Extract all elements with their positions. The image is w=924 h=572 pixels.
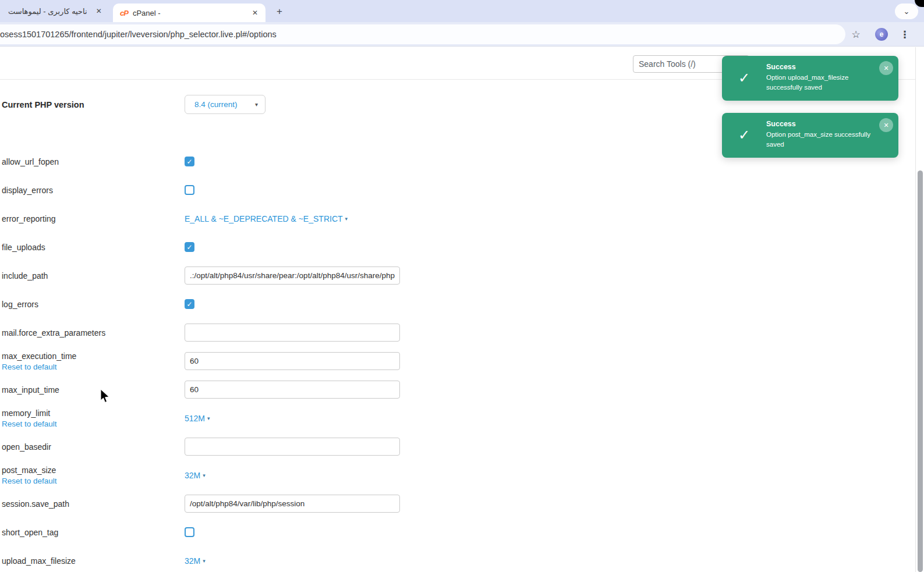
option-row-error_reporting: error_reportingE_ALL & ~E_DEPRECATED & ~… (0, 204, 640, 233)
option-row-open_basedir: open_basedir (0, 432, 640, 461)
close-toast-icon[interactable]: ✕ (879, 61, 893, 75)
option-row-short_open_tag: short_open_tag (0, 518, 640, 546)
option-label: file_uploads (2, 243, 185, 252)
option-row-allow_url_fopen: allow_url_fopen✓ (0, 147, 640, 176)
close-tab-icon[interactable]: ✕ (250, 8, 260, 17)
toast-message: Option upload_max_filesize successfully … (766, 73, 875, 93)
toast-post-max-size: ✓ Success Option post_max_size successfu… (722, 113, 898, 158)
tab-search-chevron-button[interactable]: ⌄ (895, 3, 918, 19)
scrollbar-track (915, 47, 924, 572)
scrollbar-thumb[interactable] (918, 170, 923, 572)
current-php-version-row: Current PHP version 8.4 (current) ▾ (0, 95, 757, 114)
option-label: max_input_time (2, 385, 185, 395)
option-row-max_input_time: max_input_time (0, 375, 640, 404)
browser-tab-strip: ناحیه کاربری - لیموهاست ✕ cP cPanel - ✕ … (0, 0, 924, 22)
option-row-mail.force_extra_parameters: mail.force_extra_parameters (0, 318, 640, 347)
php-options-list: allow_url_fopen✓display_errorserror_repo… (0, 147, 640, 572)
new-tab-button[interactable]: + (272, 5, 286, 19)
option-row-upload_max_filesize: upload_max_filesize32M▾ (0, 546, 640, 572)
option-label: max_execution_time (2, 351, 185, 361)
checkbox-allow_url_fopen[interactable]: ✓ (185, 157, 194, 166)
url-text: osess1501701265/frontend/jupiter/lvevers… (0, 30, 277, 39)
input-session.save_path[interactable] (185, 495, 400, 513)
option-row-display_errors: display_errors (0, 176, 640, 204)
extension-icon[interactable]: e (875, 27, 888, 41)
dropdown-upload_max_filesize[interactable]: 32M▾ (185, 556, 206, 566)
close-toast-icon[interactable]: ✕ (879, 118, 893, 132)
option-row-log_errors: log_errors✓ (0, 290, 640, 318)
dropdown-error_reporting[interactable]: E_ALL & ~E_DEPRECATED & ~E_STRICT▾ (185, 214, 348, 223)
browser-menu-icon[interactable]: ⋮ (898, 27, 912, 41)
option-label: mail.force_extra_parameters (2, 328, 185, 337)
option-label: display_errors (2, 186, 185, 195)
option-label: session.save_path (2, 499, 185, 509)
input-mail.force_extra_parameters[interactable] (185, 324, 400, 342)
input-include_path[interactable] (185, 267, 400, 285)
option-label: log_errors (2, 300, 185, 309)
tab-user-area[interactable]: ناحیه کاربری - لیموهاست ✕ (0, 0, 111, 22)
option-label: error_reporting (2, 214, 185, 223)
bookmark-star-icon[interactable]: ☆ (849, 27, 863, 41)
checkbox-display_errors[interactable] (185, 185, 194, 195)
checkbox-file_uploads[interactable]: ✓ (185, 242, 194, 252)
close-tab-icon[interactable]: ✕ (94, 6, 104, 16)
option-label: include_path (2, 271, 185, 280)
caret-down-icon: ▾ (203, 472, 206, 478)
toast-upload-max-filesize: ✓ Success Option upload_max_filesize suc… (722, 56, 898, 101)
reset-to-default-link[interactable]: Reset to default (2, 477, 57, 485)
dropdown-memory_limit[interactable]: 512M▾ (185, 414, 210, 423)
cpanel-favicon-icon: cP (120, 9, 128, 17)
option-label: open_basedir (2, 442, 185, 452)
tab-cpanel[interactable]: cP cPanel - ✕ (113, 3, 265, 22)
option-label: short_open_tag (2, 528, 185, 537)
option-label: allow_url_fopen (2, 157, 185, 166)
toast-message: Option post_max_size successfully saved (766, 130, 875, 150)
option-label: memory_limit (2, 408, 185, 418)
option-row-include_path: include_path (0, 261, 640, 290)
current-php-version-label: Current PHP version (0, 100, 185, 109)
checkbox-log_errors[interactable]: ✓ (185, 299, 194, 309)
checkbox-short_open_tag[interactable] (185, 527, 194, 537)
input-max_input_time[interactable] (185, 381, 400, 399)
option-row-memory_limit: memory_limitReset to default512M▾ (0, 404, 640, 432)
browser-toolbar: osess1501701265/frontend/jupiter/lvevers… (0, 22, 924, 47)
option-label: post_max_size (2, 466, 185, 475)
tab-title: cPanel - (133, 9, 250, 17)
option-row-session.save_path: session.save_path (0, 489, 640, 518)
option-row-max_execution_time: max_execution_timeReset to default (0, 347, 640, 375)
input-max_execution_time[interactable] (185, 352, 400, 370)
caret-down-icon: ▾ (207, 415, 210, 421)
option-label: upload_max_filesize (2, 556, 185, 566)
reset-to-default-link[interactable]: Reset to default (2, 363, 57, 371)
php-version-dropdown[interactable]: 8.4 (current) ▾ (185, 95, 265, 114)
dropdown-post_max_size[interactable]: 32M▾ (185, 471, 206, 480)
address-bar[interactable]: osess1501701265/frontend/jupiter/lvevers… (0, 24, 845, 44)
toast-title: Success (766, 63, 875, 71)
caret-down-icon: ▾ (203, 558, 206, 564)
reset-to-default-link[interactable]: Reset to default (2, 420, 57, 428)
caret-down-icon: ▾ (255, 101, 258, 108)
tab-title: ناحیه کاربری - لیموهاست (8, 7, 87, 16)
caret-down-icon: ▾ (345, 216, 348, 222)
option-row-post_max_size: post_max_sizeReset to default32M▾ (0, 461, 640, 489)
input-open_basedir[interactable] (185, 438, 400, 456)
check-icon: ✓ (722, 63, 766, 93)
toast-title: Success (766, 120, 875, 128)
option-row-file_uploads: file_uploads✓ (0, 233, 640, 261)
check-icon: ✓ (722, 120, 766, 150)
